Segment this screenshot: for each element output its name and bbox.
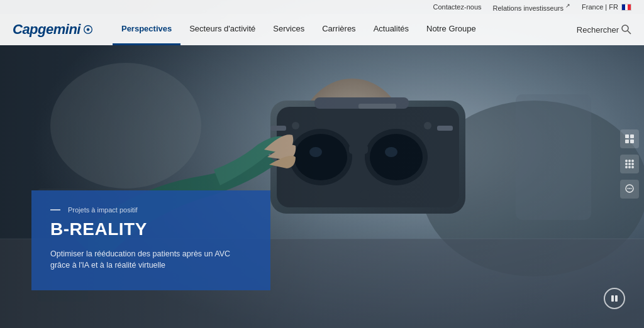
card-tag: Projets à impact positif: [50, 206, 252, 214]
contact-link[interactable]: Contactez-nous: [433, 3, 481, 11]
card-title: B-REALITY: [50, 220, 252, 239]
svg-rect-32: [630, 139, 634, 143]
search-button[interactable]: Rechercher: [577, 25, 631, 35]
sidebar-grid-icon[interactable]: [620, 129, 639, 148]
nav-carrieres[interactable]: Carrières: [313, 14, 364, 45]
svg-line-28: [628, 31, 631, 34]
hero-content-card: Projets à impact positif B-REALITY Optim…: [31, 190, 270, 290]
sidebar-chat-icon[interactable]: [620, 180, 639, 199]
svg-rect-29: [625, 134, 629, 138]
search-icon: [621, 25, 631, 35]
card-description: Optimiser la rééducation des patients ap…: [50, 248, 252, 272]
svg-point-33: [625, 160, 628, 162]
svg-point-26: [87, 28, 89, 31]
svg-point-41: [631, 166, 634, 168]
nav-items: Perspectives Secteurs d'activité Service…: [113, 14, 577, 45]
investor-relations-link[interactable]: Relations investisseurs ↗: [493, 3, 571, 12]
region-selector[interactable]: France | FR: [582, 3, 631, 11]
nav-secteurs[interactable]: Secteurs d'activité: [180, 14, 264, 45]
svg-point-36: [625, 163, 628, 165]
hero-section: Contactez-nous Relations investisseurs ↗…: [0, 0, 644, 328]
sidebar-icons: [620, 129, 639, 199]
svg-point-45: [631, 188, 632, 189]
logo-text: Capgemini: [13, 21, 80, 38]
svg-point-43: [628, 188, 629, 189]
svg-rect-46: [611, 295, 614, 302]
nav-perspectives[interactable]: Perspectives: [113, 14, 180, 45]
top-bar: Contactez-nous Relations investisseurs ↗…: [0, 0, 644, 14]
svg-point-38: [631, 163, 634, 165]
logo[interactable]: Capgemini: [13, 21, 94, 38]
svg-point-44: [629, 188, 630, 189]
sidebar-apps-icon[interactable]: [620, 155, 639, 173]
nav-services[interactable]: Services: [264, 14, 313, 45]
svg-rect-30: [630, 134, 634, 138]
svg-point-35: [631, 160, 634, 162]
svg-rect-47: [615, 295, 618, 302]
main-navigation: Capgemini Perspectives Secteurs d'activi…: [0, 14, 644, 45]
pause-icon: [610, 294, 619, 303]
france-flag: [621, 4, 631, 11]
svg-rect-31: [625, 139, 629, 143]
svg-point-40: [628, 166, 631, 168]
logo-spark-icon: [82, 24, 94, 35]
external-link-icon: ↗: [565, 3, 570, 9]
svg-point-39: [625, 166, 628, 168]
pause-button[interactable]: [604, 288, 625, 309]
svg-point-34: [628, 160, 631, 162]
nav-notre-groupe[interactable]: Notre Groupe: [418, 14, 485, 45]
nav-right: Rechercher: [577, 25, 631, 35]
nav-actualites[interactable]: Actualités: [365, 14, 418, 45]
svg-point-27: [622, 25, 628, 31]
svg-point-37: [628, 163, 631, 165]
tag-dash: [50, 209, 60, 210]
